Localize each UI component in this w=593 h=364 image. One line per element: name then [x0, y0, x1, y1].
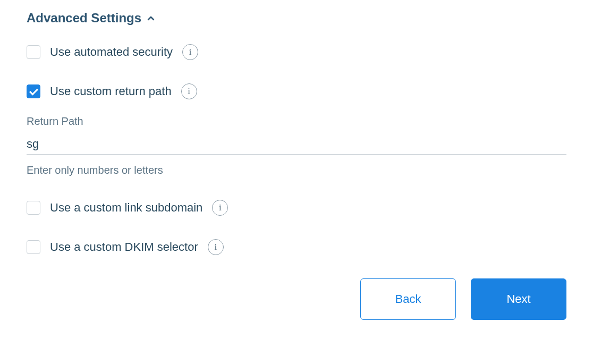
info-icon[interactable] [182, 44, 198, 60]
custom-return-path-checkbox[interactable] [27, 84, 40, 98]
option-custom-return-path: Use custom return path [27, 83, 566, 99]
next-button[interactable]: Next [471, 278, 566, 320]
custom-dkim-selector-label: Use a custom DKIM selector [50, 240, 198, 254]
custom-link-subdomain-checkbox[interactable] [27, 201, 40, 215]
option-custom-dkim-selector: Use a custom DKIM selector [27, 239, 566, 255]
custom-return-path-label: Use custom return path [50, 84, 172, 98]
info-icon[interactable] [208, 239, 224, 255]
return-path-field: Return Path Enter only numbers or letter… [27, 115, 566, 176]
automated-security-checkbox[interactable] [27, 45, 40, 59]
return-path-input[interactable] [27, 134, 566, 155]
option-automated-security: Use automated security [27, 44, 566, 60]
return-path-helper: Enter only numbers or letters [27, 164, 566, 176]
chevron-up-icon [147, 14, 155, 22]
back-button[interactable]: Back [360, 278, 456, 320]
button-row: Back Next [27, 278, 566, 320]
automated-security-label: Use automated security [50, 45, 173, 59]
return-path-label: Return Path [27, 115, 566, 128]
custom-link-subdomain-label: Use a custom link subdomain [50, 201, 202, 215]
advanced-settings-header[interactable]: Advanced Settings [27, 11, 566, 26]
info-icon[interactable] [212, 200, 228, 216]
custom-dkim-selector-checkbox[interactable] [27, 240, 40, 254]
option-custom-link-subdomain: Use a custom link subdomain [27, 200, 566, 216]
section-title: Advanced Settings [27, 11, 141, 26]
info-icon[interactable] [181, 83, 197, 99]
